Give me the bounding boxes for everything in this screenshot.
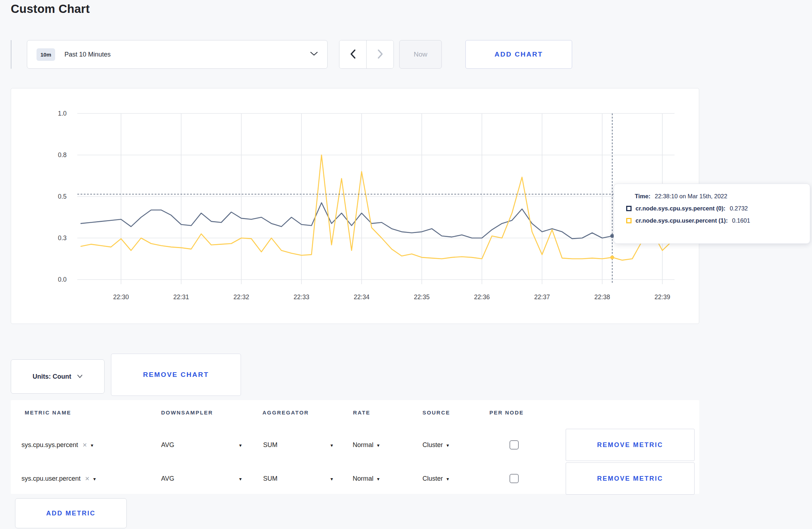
aggregator-value: SUM [263,475,277,482]
tooltip-series-user-value: 0.1601 [732,217,750,224]
svg-text:0.0: 0.0 [58,276,67,283]
svg-text:22:33: 22:33 [294,293,309,301]
svg-text:0.8: 0.8 [58,151,67,159]
cpu-usage-chart[interactable]: 22:3022:3122:3222:3322:3422:3522:3622:37… [11,88,700,324]
time-range-pager [339,40,394,69]
dropdown-caret-icon: ▾ [377,476,380,481]
add-chart-button[interactable]: ADD CHART [465,40,572,69]
dropdown-caret-icon: ▾ [377,442,380,448]
aggregator-select[interactable]: SUM ▾ [263,441,333,449]
rate-select[interactable]: Normal ▾ [353,475,380,482]
svg-text:1.0: 1.0 [58,110,67,117]
col-header-aggregator: AGGREGATOR [262,409,309,416]
tooltip-time-label: Time: [635,193,651,200]
dropdown-caret-icon: ▾ [330,476,333,481]
range-label: Past 10 Minutes [64,51,310,58]
metrics-table: METRIC NAME DOWNSAMPLER AGGREGATOR RATE … [11,400,699,494]
svg-text:22:32: 22:32 [233,293,249,301]
col-header-per-node: PER NODE [489,409,524,416]
chevron-down-icon [310,51,318,58]
add-metric-button[interactable]: ADD METRIC [15,498,127,528]
dropdown-caret-icon: ▾ [93,476,96,481]
dropdown-caret-icon: ▾ [330,442,333,448]
col-header-source: SOURCE [422,409,450,416]
clear-metric-icon[interactable]: ✕ [82,442,87,448]
col-header-metric-name: METRIC NAME [25,409,71,416]
chart-tooltip: Time: 22:38:10 on Mar 15th, 2022 cr.node… [614,184,810,244]
downsampler-value: AVG [161,441,174,449]
toolbar-divider [11,40,11,69]
time-range-select[interactable]: 10m Past 10 Minutes [27,40,328,69]
dropdown-caret-icon: ▾ [446,442,449,448]
tooltip-series-sys-value: 0.2732 [730,205,748,212]
svg-text:22:36: 22:36 [474,293,490,301]
clear-metric-icon[interactable]: ✕ [85,475,90,482]
source-value: Cluster [422,441,443,449]
tooltip-series-sys-label: cr.node.sys.cpu.sys.percent (0): [635,205,725,212]
remove-metric-button[interactable]: REMOVE METRIC [566,429,695,461]
svg-text:22:39: 22:39 [654,293,670,301]
metric-name-text: sys.cpu.sys.percent [21,441,78,449]
tooltip-series-user-label: cr.node.sys.cpu.user.percent (1): [635,217,728,224]
tooltip-time-value: 22:38:10 on Mar 15th, 2022 [655,193,728,200]
col-header-downsampler: DOWNSAMPLER [161,409,213,416]
chart-card: 22:3022:3122:3222:3322:3422:3522:3622:37… [11,88,699,324]
downsampler-select[interactable]: AVG ▾ [161,441,242,449]
aggregator-value: SUM [263,441,277,449]
next-range-button[interactable] [366,40,393,68]
metric-name-select[interactable]: sys.cpu.user.percent ✕ ▾ [21,475,96,482]
downsampler-value: AVG [161,475,174,482]
dropdown-caret-icon: ▾ [239,442,242,448]
prev-range-button[interactable] [339,40,366,68]
source-select[interactable]: Cluster ▾ [422,475,449,482]
page-title: Custom Chart [11,2,90,16]
svg-text:22:31: 22:31 [173,293,189,301]
chevron-down-icon [77,373,83,380]
aggregator-select[interactable]: SUM ▾ [263,475,333,482]
rate-value: Normal [353,441,373,449]
svg-text:22:38: 22:38 [594,293,610,301]
units-label: Units: Count [33,373,71,380]
svg-text:22:34: 22:34 [354,293,369,301]
source-select[interactable]: Cluster ▾ [422,441,449,449]
col-header-rate: RATE [353,409,371,416]
metric-name-text: sys.cpu.user.percent [21,475,81,482]
svg-text:22:30: 22:30 [113,293,129,301]
per-node-checkbox[interactable] [509,474,519,483]
metric-row-sys: sys.cpu.sys.percent ✕ ▾ AVG ▾ SUM ▾ Norm… [11,428,699,462]
rate-select[interactable]: Normal ▾ [353,441,380,449]
source-value: Cluster [422,475,443,482]
dropdown-caret-icon: ▾ [239,476,242,481]
dropdown-caret-icon: ▾ [446,476,449,481]
metric-row-user: sys.cpu.user.percent ✕ ▾ AVG ▾ SUM ▾ Nor… [11,462,699,495]
range-shortcut-badge: 10m [37,48,55,61]
now-button[interactable]: Now [399,40,442,69]
units-select[interactable]: Units: Count [11,359,105,394]
svg-text:22:37: 22:37 [534,293,550,301]
metric-name-select[interactable]: sys.cpu.sys.percent ✕ ▾ [21,441,93,449]
svg-text:22:35: 22:35 [414,293,430,301]
downsampler-select[interactable]: AVG ▾ [161,475,242,482]
per-node-checkbox[interactable] [509,440,519,450]
chevron-left-icon [350,49,356,60]
rate-value: Normal [353,475,373,482]
svg-text:0.5: 0.5 [58,193,67,200]
svg-text:0.3: 0.3 [58,234,67,242]
chevron-right-icon [377,49,383,60]
remove-chart-button[interactable]: REMOVE CHART [111,354,241,396]
remove-metric-button[interactable]: REMOVE METRIC [566,462,695,495]
series-user-swatch-icon [626,218,632,223]
dropdown-caret-icon: ▾ [91,442,93,448]
series-sys-swatch-icon [626,206,632,211]
